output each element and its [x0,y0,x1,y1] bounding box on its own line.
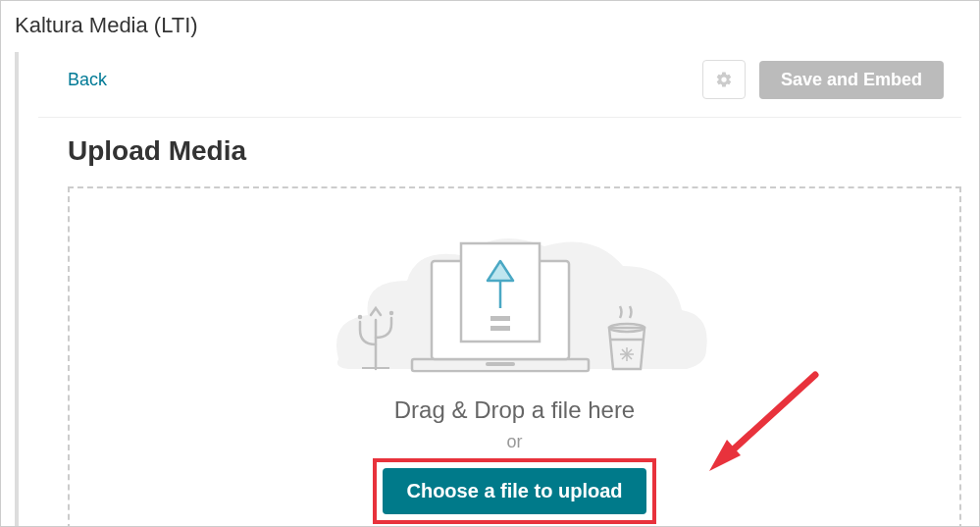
left-rail [15,52,19,526]
app-title: Kaltura Media (LTI) [1,1,979,54]
upload-dropzone[interactable]: Drag & Drop a file here or Choose a file… [68,186,961,527]
back-link[interactable]: Back [68,70,107,90]
svg-rect-7 [490,316,510,321]
save-and-embed-button[interactable]: Save and Embed [759,61,944,99]
choose-file-button[interactable]: Choose a file to upload [383,468,645,514]
or-text: or [89,432,940,452]
svg-point-1 [390,312,392,314]
annotation-highlight-box: Choose a file to upload [373,458,655,524]
settings-button[interactable] [702,60,746,99]
svg-point-0 [359,316,361,318]
svg-rect-4 [486,362,515,366]
drag-drop-text: Drag & Drop a file here [89,396,940,424]
svg-rect-2 [362,367,389,369]
page-heading: Upload Media [38,118,979,186]
toolbar: Back Save and Embed [38,52,961,118]
svg-rect-8 [490,326,510,331]
upload-illustration [299,212,731,389]
gear-icon [715,71,733,88]
